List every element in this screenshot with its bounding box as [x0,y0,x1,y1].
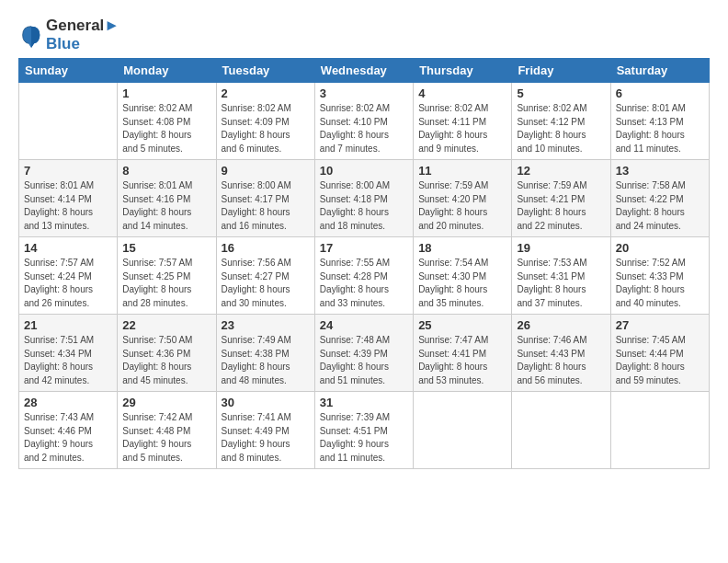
day-info: Sunrise: 8:02 AM Sunset: 4:10 PM Dayligh… [320,102,408,155]
day-number: 12 [517,164,605,178]
day-cell: 17Sunrise: 7:55 AM Sunset: 4:28 PM Dayli… [314,237,413,315]
day-cell [414,392,512,469]
day-cell: 6Sunrise: 8:01 AM Sunset: 4:13 PM Daylig… [610,83,709,160]
day-info: Sunrise: 7:45 AM Sunset: 4:44 PM Dayligh… [616,334,704,387]
week-row-4: 21Sunrise: 7:51 AM Sunset: 4:34 PM Dayli… [19,315,710,392]
day-number: 13 [616,164,704,178]
day-info: Sunrise: 8:01 AM Sunset: 4:14 PM Dayligh… [24,179,112,233]
day-cell: 4Sunrise: 8:02 AM Sunset: 4:11 PM Daylig… [414,83,512,160]
day-cell: 30Sunrise: 7:41 AM Sunset: 4:49 PM Dayli… [216,392,314,469]
day-number: 22 [122,318,210,332]
day-number: 6 [616,86,704,100]
day-number: 11 [418,164,506,178]
day-number: 1 [122,86,210,100]
calendar-table: SundayMondayTuesdayWednesdayThursdayFrid… [18,58,710,469]
day-cell: 28Sunrise: 7:43 AM Sunset: 4:46 PM Dayli… [19,392,118,469]
day-number: 10 [320,164,408,178]
day-info: Sunrise: 7:58 AM Sunset: 4:22 PM Dayligh… [616,179,704,233]
day-cell: 20Sunrise: 7:52 AM Sunset: 4:33 PM Dayli… [610,237,709,315]
day-cell: 29Sunrise: 7:42 AM Sunset: 4:48 PM Dayli… [118,392,216,469]
day-number: 25 [418,318,506,332]
weekday-header-sunday: Sunday [19,59,118,83]
day-number: 7 [24,164,112,178]
day-info: Sunrise: 8:02 AM Sunset: 4:11 PM Dayligh… [418,102,506,155]
day-cell: 23Sunrise: 7:49 AM Sunset: 4:38 PM Dayli… [216,315,314,392]
day-info: Sunrise: 7:47 AM Sunset: 4:41 PM Dayligh… [418,334,506,387]
day-cell: 31Sunrise: 7:39 AM Sunset: 4:51 PM Dayli… [314,392,413,469]
day-number: 31 [320,396,408,409]
weekday-header-thursday: Thursday [414,59,512,83]
day-cell: 13Sunrise: 7:58 AM Sunset: 4:22 PM Dayli… [610,160,709,237]
day-info: Sunrise: 7:55 AM Sunset: 4:28 PM Dayligh… [320,257,408,310]
day-cell: 12Sunrise: 7:59 AM Sunset: 4:21 PM Dayli… [512,160,610,237]
day-info: Sunrise: 8:01 AM Sunset: 4:16 PM Dayligh… [122,179,210,233]
day-info: Sunrise: 7:49 AM Sunset: 4:38 PM Dayligh… [222,334,310,387]
week-row-5: 28Sunrise: 7:43 AM Sunset: 4:46 PM Dayli… [19,392,710,469]
day-cell: 11Sunrise: 7:59 AM Sunset: 4:20 PM Dayli… [414,160,512,237]
day-info: Sunrise: 7:41 AM Sunset: 4:49 PM Dayligh… [222,411,310,465]
day-number: 2 [222,86,310,100]
day-number: 24 [320,318,408,332]
day-info: Sunrise: 7:43 AM Sunset: 4:46 PM Dayligh… [24,411,112,465]
weekday-header-friday: Friday [512,59,610,83]
day-number: 23 [222,318,310,332]
day-number: 18 [418,241,506,255]
day-cell: 27Sunrise: 7:45 AM Sunset: 4:44 PM Dayli… [610,315,709,392]
day-number: 9 [222,164,310,178]
day-cell: 16Sunrise: 7:56 AM Sunset: 4:27 PM Dayli… [216,237,314,315]
day-cell: 18Sunrise: 7:54 AM Sunset: 4:30 PM Dayli… [414,237,512,315]
day-cell: 2Sunrise: 8:02 AM Sunset: 4:09 PM Daylig… [216,83,314,160]
day-cell: 14Sunrise: 7:57 AM Sunset: 4:24 PM Dayli… [19,237,118,315]
day-number: 14 [24,241,112,255]
day-info: Sunrise: 7:48 AM Sunset: 4:39 PM Dayligh… [320,334,408,387]
day-cell: 15Sunrise: 7:57 AM Sunset: 4:25 PM Dayli… [118,237,216,315]
day-cell [19,83,118,160]
day-cell: 9Sunrise: 8:00 AM Sunset: 4:17 PM Daylig… [216,160,314,237]
day-info: Sunrise: 8:02 AM Sunset: 4:09 PM Dayligh… [222,102,310,155]
day-info: Sunrise: 7:56 AM Sunset: 4:27 PM Dayligh… [222,257,310,310]
day-info: Sunrise: 7:42 AM Sunset: 4:48 PM Dayligh… [122,411,210,465]
day-cell: 5Sunrise: 8:02 AM Sunset: 4:12 PM Daylig… [512,83,610,160]
day-info: Sunrise: 7:59 AM Sunset: 4:21 PM Dayligh… [517,179,605,233]
day-cell: 24Sunrise: 7:48 AM Sunset: 4:39 PM Dayli… [314,315,413,392]
day-cell: 19Sunrise: 7:53 AM Sunset: 4:31 PM Dayli… [512,237,610,315]
day-cell: 1Sunrise: 8:02 AM Sunset: 4:08 PM Daylig… [118,83,216,160]
day-number: 4 [418,86,506,100]
page: General► Blue SundayMondayTuesdayWednesd… [0,0,728,563]
day-number: 30 [222,396,310,409]
day-number: 17 [320,241,408,255]
day-info: Sunrise: 7:59 AM Sunset: 4:20 PM Dayligh… [418,179,506,233]
day-cell [610,392,709,469]
day-number: 20 [616,241,704,255]
day-number: 26 [517,318,605,332]
day-cell: 22Sunrise: 7:50 AM Sunset: 4:36 PM Dayli… [118,315,216,392]
weekday-header-saturday: Saturday [610,59,709,83]
day-number: 15 [122,241,210,255]
day-info: Sunrise: 7:54 AM Sunset: 4:30 PM Dayligh… [418,257,506,310]
day-number: 19 [517,241,605,255]
day-cell: 3Sunrise: 8:02 AM Sunset: 4:10 PM Daylig… [314,83,413,160]
day-number: 21 [24,318,112,332]
day-info: Sunrise: 8:02 AM Sunset: 4:12 PM Dayligh… [517,102,605,155]
day-cell [512,392,610,469]
day-info: Sunrise: 7:50 AM Sunset: 4:36 PM Dayligh… [122,334,210,387]
day-cell: 21Sunrise: 7:51 AM Sunset: 4:34 PM Dayli… [19,315,118,392]
day-info: Sunrise: 8:00 AM Sunset: 4:18 PM Dayligh… [320,179,408,233]
week-row-3: 14Sunrise: 7:57 AM Sunset: 4:24 PM Dayli… [19,237,710,315]
day-cell: 7Sunrise: 8:01 AM Sunset: 4:14 PM Daylig… [19,160,118,237]
day-info: Sunrise: 7:53 AM Sunset: 4:31 PM Dayligh… [517,257,605,310]
day-info: Sunrise: 7:51 AM Sunset: 4:34 PM Dayligh… [24,334,112,387]
day-number: 5 [517,86,605,100]
day-info: Sunrise: 8:00 AM Sunset: 4:17 PM Dayligh… [222,179,310,233]
day-info: Sunrise: 7:52 AM Sunset: 4:33 PM Dayligh… [616,257,704,310]
logo-icon [18,22,44,48]
day-cell: 26Sunrise: 7:46 AM Sunset: 4:43 PM Dayli… [512,315,610,392]
day-number: 16 [222,241,310,255]
day-number: 3 [320,86,408,100]
week-row-2: 7Sunrise: 8:01 AM Sunset: 4:14 PM Daylig… [19,160,710,237]
weekday-header-row: SundayMondayTuesdayWednesdayThursdayFrid… [19,59,710,83]
weekday-header-wednesday: Wednesday [314,59,413,83]
day-cell: 10Sunrise: 8:00 AM Sunset: 4:18 PM Dayli… [314,160,413,237]
logo: General► Blue [18,17,119,52]
day-info: Sunrise: 8:02 AM Sunset: 4:08 PM Dayligh… [122,102,210,155]
